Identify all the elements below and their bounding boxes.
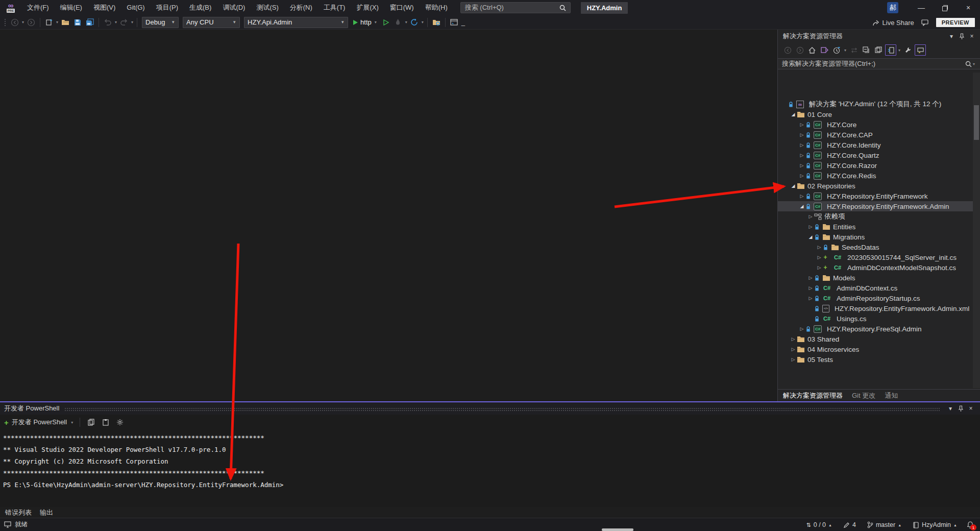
tree-item[interactable]: ▷C#HZY.Core	[778, 119, 973, 130]
output-window-icon[interactable]	[449, 17, 460, 28]
run-profile-caret-icon[interactable]: ▾	[375, 20, 377, 25]
tree-item[interactable]: ▷C#AdminDbContext.cs	[778, 283, 973, 293]
gear-icon[interactable]	[114, 417, 126, 428]
preview-selected-items-icon[interactable]	[915, 44, 926, 56]
switch-views-icon[interactable]	[819, 44, 830, 56]
chevron-expanded-icon[interactable]: ◢	[798, 204, 805, 209]
chevron-collapsed-icon[interactable]: ▷	[790, 347, 797, 352]
tree-item[interactable]: ▷C#HZY.Core.Quartz	[778, 150, 973, 160]
pending-edits-status[interactable]: 4	[839, 518, 861, 531]
close-button[interactable]: ×	[957, 0, 980, 15]
tree-item[interactable]: ▷+C#20230530015744_SqlServer_init.cs	[778, 252, 973, 262]
solution-explorer-search-box[interactable]: 搜索解决方案资源管理器(Ctrl+;) ▾	[778, 58, 980, 69]
platform-dropdown[interactable]: Any CPU▼	[183, 17, 240, 28]
chevron-collapsed-icon[interactable]: ▷	[816, 255, 823, 260]
refresh-icon[interactable]	[409, 17, 420, 28]
live-share-button[interactable]: Live Share	[872, 19, 914, 27]
tree-item[interactable]: ▷05 Tests	[778, 354, 973, 365]
save-all-icon[interactable]	[84, 17, 95, 28]
menu-item-12[interactable]: 帮助(H)	[420, 0, 453, 15]
chevron-collapsed-icon[interactable]: ▷	[798, 153, 805, 158]
chevron-collapsed-icon[interactable]: ▷	[798, 163, 805, 168]
tree-item[interactable]: ▷SeedsDatas	[778, 242, 973, 252]
tree-item[interactable]: ▷03 Shared	[778, 334, 973, 344]
start-debugging-button[interactable]: http ▾	[352, 18, 378, 26]
restore-button[interactable]	[933, 0, 957, 15]
chevron-collapsed-icon[interactable]: ▷	[816, 265, 823, 270]
save-icon[interactable]	[72, 17, 83, 28]
git-repository-status[interactable]: HzyAdmin ▲	[908, 518, 962, 531]
undo-icon[interactable]	[102, 17, 113, 28]
sync-icon[interactable]	[848, 44, 860, 56]
sync-with-active-document-icon[interactable]	[885, 44, 896, 56]
terminal-close-icon[interactable]: ×	[966, 403, 976, 414]
tree-item[interactable]: ▷C#HZY.Core.Razor	[778, 160, 973, 171]
notifications-button[interactable]: 1	[964, 518, 977, 531]
terminal-profile-caret-icon[interactable]: ▾	[71, 420, 73, 425]
wrench-icon[interactable]	[902, 44, 914, 56]
new-file-caret-icon[interactable]: ▾	[56, 20, 58, 25]
chevron-collapsed-icon[interactable]: ▷	[790, 336, 797, 342]
terminal-profile-label[interactable]: 开发者 PowerShell	[12, 418, 67, 427]
chevron-collapsed-icon[interactable]: ▷	[798, 122, 805, 127]
pin-icon[interactable]	[957, 31, 967, 41]
tree-item[interactable]: ▷C#HZY.Core.CAP	[778, 130, 973, 140]
chevron-collapsed-icon[interactable]: ▷	[790, 357, 797, 362]
chevron-collapsed-icon[interactable]: ▷	[798, 142, 805, 148]
hot-reload-caret-icon[interactable]: ▾	[405, 20, 407, 25]
terminal-pin-icon[interactable]	[955, 403, 966, 414]
undo-caret-icon[interactable]: ▾	[115, 20, 117, 25]
tree-item[interactable]: ▷C#HZY.Repository.EntityFramework	[778, 191, 973, 201]
quick-search-box[interactable]: 搜索 (Ctrl+Q)	[460, 2, 571, 13]
chevron-collapsed-icon[interactable]: ▷	[816, 245, 823, 250]
refresh-caret-icon[interactable]: ▾	[422, 20, 424, 25]
tree-item[interactable]: ▷C#AdminRepositoryStartup.cs	[778, 293, 973, 303]
configuration-dropdown[interactable]: Debug▼	[142, 17, 179, 28]
explorer-forward-icon[interactable]	[794, 44, 805, 56]
menu-item-0[interactable]: 文件(F)	[21, 0, 55, 15]
start-without-debugging-icon[interactable]	[380, 17, 391, 28]
tree-item[interactable]: ▷C#HZY.Core.Identity	[778, 140, 973, 150]
startup-project-dropdown[interactable]: HZY.Api.Admin▼	[244, 17, 348, 28]
tab-output[interactable]: 输出	[40, 508, 53, 517]
scrollbar-thumb[interactable]	[974, 105, 979, 140]
navigate-back-icon[interactable]	[9, 17, 20, 28]
tree-item-selected[interactable]: ◢C#HZY.Repository.EntityFramework.Admin	[778, 201, 973, 211]
tree-item[interactable]: </>HZY.Repository.EntityFramework.Admin.…	[778, 303, 973, 313]
menu-item-1[interactable]: 编辑(E)	[55, 0, 88, 15]
chevron-collapsed-icon[interactable]: ▷	[807, 214, 814, 219]
terminal-caret-icon[interactable]: ▾	[945, 403, 955, 414]
chevron-collapsed-icon[interactable]: ▷	[807, 224, 814, 229]
terminal-header[interactable]: 开发者 PowerShell ▾ ×	[0, 402, 980, 415]
chevron-collapsed-icon[interactable]: ▷	[807, 275, 814, 280]
tree-item[interactable]: ▷C#HZY.Repository.FreeSql.Admin	[778, 324, 973, 334]
home-icon[interactable]	[806, 44, 818, 56]
window-position-caret-icon[interactable]: ▾	[946, 31, 957, 41]
terminal-output[interactable]: ****************************************…	[0, 430, 980, 493]
tree-item[interactable]: C#Usings.cs	[778, 313, 973, 324]
git-sync-status[interactable]: ⇅ 0 / 0 ▲	[802, 518, 837, 531]
close-panel-icon[interactable]: ×	[967, 31, 977, 41]
redo-icon[interactable]	[118, 17, 130, 28]
chevron-collapsed-icon[interactable]: ▷	[798, 194, 805, 199]
search-options-caret-icon[interactable]: ▾	[973, 62, 975, 66]
navigate-back-caret-icon[interactable]: ▾	[22, 20, 24, 25]
chevron-expanded-icon[interactable]: ◢	[790, 183, 797, 188]
menu-item-10[interactable]: 扩展(X)	[351, 0, 384, 15]
tree-item[interactable]: ▷依赖项	[778, 211, 973, 222]
menu-item-3[interactable]: Git(G)	[121, 0, 150, 15]
tree-item[interactable]: ▷Entities	[778, 222, 973, 232]
chevron-expanded-icon[interactable]: ◢	[790, 112, 797, 117]
solution-explorer-header[interactable]: 解决方案资源管理器 ▾ ×	[778, 30, 980, 43]
tree-item[interactable]: ◢01 Core	[778, 109, 973, 119]
chevron-collapsed-icon[interactable]: ▷	[798, 326, 805, 331]
new-file-icon[interactable]	[43, 17, 55, 28]
chevron-expanded-icon[interactable]: ◢	[807, 234, 814, 239]
tab-notifications[interactable]: 通知	[885, 391, 898, 400]
properties-icon[interactable]	[873, 44, 884, 56]
sync-caret-icon[interactable]: ▾	[898, 48, 900, 53]
chevron-collapsed-icon[interactable]: ▷	[798, 173, 805, 178]
tree-item[interactable]: ∞解决方案 'HZY.Admin' (12 个项目, 共 12 个)	[778, 99, 973, 109]
menu-item-8[interactable]: 分析(N)	[284, 0, 318, 15]
tree-item[interactable]: ▷C#HZY.Core.Redis	[778, 171, 973, 181]
